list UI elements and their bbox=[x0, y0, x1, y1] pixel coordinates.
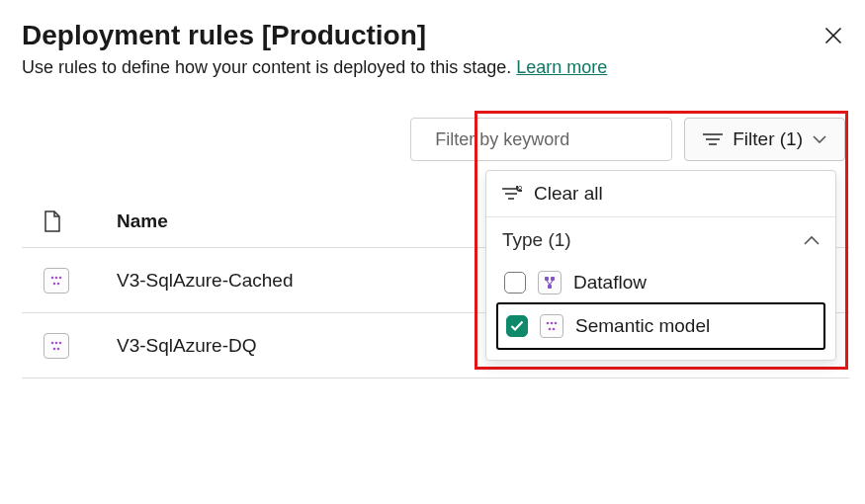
svg-point-7 bbox=[51, 276, 54, 279]
clear-filter-icon bbox=[502, 186, 522, 202]
svg-point-13 bbox=[55, 341, 58, 344]
svg-point-14 bbox=[59, 341, 62, 344]
filter-button-label: Filter (1) bbox=[733, 128, 803, 150]
dataflow-icon bbox=[538, 271, 562, 294]
filter-group-header[interactable]: Type (1) bbox=[486, 217, 835, 263]
type-header-label: Type (1) bbox=[502, 229, 571, 251]
semantic-model-icon bbox=[43, 333, 69, 359]
subtitle: Use rules to define how your content is … bbox=[22, 57, 849, 78]
filter-option-dataflow[interactable]: Dataflow bbox=[496, 263, 825, 302]
svg-rect-25 bbox=[548, 285, 552, 289]
chevron-down-icon bbox=[813, 135, 826, 143]
filter-popover: Clear all Type (1) Dataflow bbox=[485, 170, 836, 361]
file-icon bbox=[43, 210, 61, 232]
svg-point-28 bbox=[555, 322, 558, 325]
svg-point-8 bbox=[55, 276, 58, 279]
close-icon bbox=[823, 26, 843, 45]
svg-point-16 bbox=[57, 347, 60, 350]
search-input-wrap[interactable] bbox=[410, 118, 672, 161]
filter-option-semantic-model[interactable]: Semantic model bbox=[496, 302, 825, 350]
svg-point-26 bbox=[547, 322, 550, 325]
svg-point-30 bbox=[553, 328, 556, 331]
svg-point-27 bbox=[551, 322, 554, 325]
checkbox-checked[interactable] bbox=[506, 315, 528, 337]
chevron-up-icon bbox=[804, 235, 820, 245]
close-button[interactable] bbox=[818, 20, 849, 51]
svg-rect-24 bbox=[551, 277, 555, 281]
clear-all-label: Clear all bbox=[534, 183, 603, 205]
page-title: Deployment rules [Production] bbox=[22, 20, 426, 51]
svg-point-12 bbox=[51, 341, 54, 344]
check-icon bbox=[510, 320, 524, 332]
svg-point-29 bbox=[549, 328, 552, 331]
subtitle-text: Use rules to define how your content is … bbox=[22, 57, 511, 77]
svg-point-15 bbox=[53, 347, 56, 350]
clear-all-button[interactable]: Clear all bbox=[486, 171, 835, 217]
svg-rect-23 bbox=[545, 277, 549, 281]
learn-more-link[interactable]: Learn more bbox=[516, 57, 607, 77]
option-label: Semantic model bbox=[575, 315, 710, 337]
semantic-model-icon bbox=[43, 268, 69, 294]
filter-icon bbox=[703, 132, 723, 146]
checkbox[interactable] bbox=[504, 272, 526, 294]
svg-point-9 bbox=[59, 276, 62, 279]
option-label: Dataflow bbox=[573, 272, 647, 294]
search-input[interactable] bbox=[433, 128, 666, 151]
filter-button[interactable]: Filter (1) bbox=[684, 118, 845, 161]
svg-point-11 bbox=[57, 282, 60, 285]
semantic-model-icon bbox=[540, 314, 563, 338]
svg-point-10 bbox=[53, 282, 56, 285]
